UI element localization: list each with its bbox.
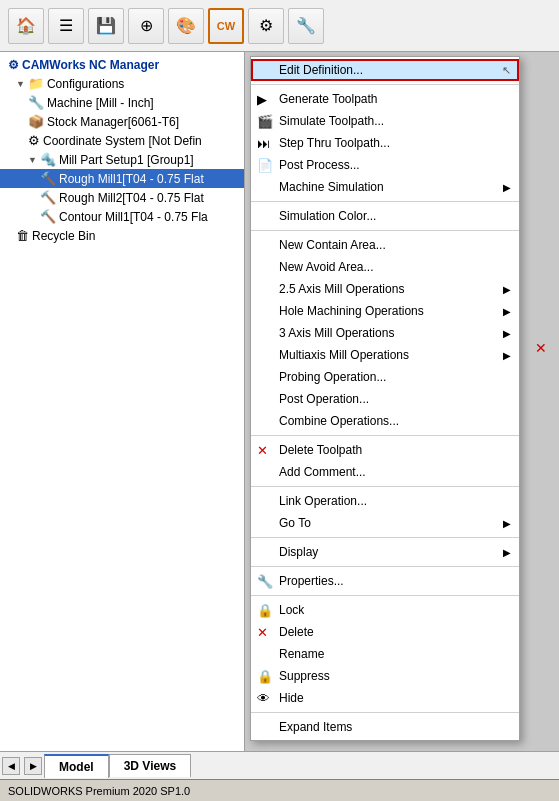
tree-title: ⚙ CAMWorks NC Manager xyxy=(0,56,244,74)
setup-icon: 🔩 xyxy=(40,152,56,167)
menu-post-process[interactable]: 📄 Post Process... xyxy=(251,154,519,176)
menu-simulate-toolpath[interactable]: 🎬 Simulate Toolpath... xyxy=(251,110,519,132)
error-indicator: ✕ xyxy=(535,340,547,356)
link-op-label: Link Operation... xyxy=(279,494,367,508)
properties-label: Properties... xyxy=(279,574,344,588)
display-arrow: ▶ xyxy=(503,547,511,558)
menu-new-avoid[interactable]: New Avoid Area... xyxy=(251,256,519,278)
camworks-button[interactable]: CW xyxy=(208,8,244,44)
menu-25-axis[interactable]: 2.5 Axis Mill Operations ▶ xyxy=(251,278,519,300)
tree-configurations[interactable]: ▼ 📁 Configurations xyxy=(0,74,244,93)
menu-edit-definition[interactable]: Edit Definition... ↖ xyxy=(251,59,519,81)
edit-definition-label: Edit Definition... xyxy=(279,63,363,77)
delete-toolpath-icon: ✕ xyxy=(257,443,268,458)
separator-3 xyxy=(251,230,519,231)
coord-icon: ⚙ xyxy=(28,133,40,148)
menu-probing[interactable]: Probing Operation... xyxy=(251,366,519,388)
lock-label: Lock xyxy=(279,603,304,617)
tree-rough1[interactable]: 🔨 Rough Mill1[T04 - 0.75 Flat xyxy=(0,169,244,188)
menu-link-op[interactable]: Link Operation... xyxy=(251,490,519,512)
suppress-icon: 🔒 xyxy=(257,669,273,684)
tab-3dviews[interactable]: 3D Views xyxy=(109,754,191,777)
status-bar: ◀ ▶ Model 3D Views xyxy=(0,751,559,779)
menu-properties[interactable]: 🔧 Properties... xyxy=(251,570,519,592)
tree-setup[interactable]: ▼ 🔩 Mill Part Setup1 [Group1] xyxy=(0,150,244,169)
new-contain-label: New Contain Area... xyxy=(279,238,386,252)
home-button[interactable]: 🏠 xyxy=(8,8,44,44)
delete-label: Delete xyxy=(279,625,314,639)
delete-toolpath-label: Delete Toolpath xyxy=(279,443,362,457)
tree-coord[interactable]: ⚙ Coordinate System [Not Defin xyxy=(0,131,244,150)
menu-delete-toolpath[interactable]: ✕ Delete Toolpath xyxy=(251,439,519,461)
target-button[interactable]: ⊕ xyxy=(128,8,164,44)
menu-hole-machining[interactable]: Hole Machining Operations ▶ xyxy=(251,300,519,322)
hole-arrow: ▶ xyxy=(503,306,511,317)
separator-6 xyxy=(251,537,519,538)
multiaxis-label: Multiaxis Mill Operations xyxy=(279,348,409,362)
display-label: Display xyxy=(279,545,318,559)
post-op-label: Post Operation... xyxy=(279,392,369,406)
menu-display[interactable]: Display ▶ xyxy=(251,541,519,563)
tab-model[interactable]: Model xyxy=(44,754,109,778)
menu-3-axis[interactable]: 3 Axis Mill Operations ▶ xyxy=(251,322,519,344)
tool-button[interactable]: 🔧 xyxy=(288,8,324,44)
menu-new-contain[interactable]: New Contain Area... xyxy=(251,234,519,256)
menu-multiaxis[interactable]: Multiaxis Mill Operations ▶ xyxy=(251,344,519,366)
delete-icon: ✕ xyxy=(257,625,268,640)
recycle-icon: 🗑 xyxy=(16,228,29,243)
contour-icon: 🔨 xyxy=(40,209,56,224)
menu-generate-toolpath[interactable]: ▶ Generate Toolpath xyxy=(251,88,519,110)
camworks-icon: ⚙ xyxy=(8,58,19,72)
tree-title-label: CAMWorks NC Manager xyxy=(22,58,159,72)
menu-suppress[interactable]: 🔒 Suppress xyxy=(251,665,519,687)
add-comment-label: Add Comment... xyxy=(279,465,366,479)
expand-icon: ▼ xyxy=(16,79,25,89)
rough1-icon: 🔨 xyxy=(40,171,56,186)
tree-machine[interactable]: 🔧 Machine [Mill - Inch] xyxy=(0,93,244,112)
separator-1 xyxy=(251,84,519,85)
menu-delete[interactable]: ✕ Delete xyxy=(251,621,519,643)
menu-combine[interactable]: Combine Operations... xyxy=(251,410,519,432)
tree-rough2[interactable]: 🔨 Rough Mill2[T04 - 0.75 Flat xyxy=(0,188,244,207)
machine-icon: 🔧 xyxy=(28,95,44,110)
sim-color-label: Simulation Color... xyxy=(279,209,376,223)
hide-label: Hide xyxy=(279,691,304,705)
tree-contour[interactable]: 🔨 Contour Mill1[T04 - 0.75 Fla xyxy=(0,207,244,226)
step-label: Step Thru Toolpath... xyxy=(279,136,390,150)
nav-left[interactable]: ◀ xyxy=(2,757,20,775)
cursor-icon: ↖ xyxy=(502,64,511,77)
machine-label: Machine [Mill - Inch] xyxy=(47,96,154,110)
rough2-icon: 🔨 xyxy=(40,190,56,205)
tree-stock[interactable]: 📦 Stock Manager[6061-T6] xyxy=(0,112,244,131)
menu-rename[interactable]: Rename xyxy=(251,643,519,665)
menu-hide[interactable]: 👁 Hide xyxy=(251,687,519,709)
menu-sim-color[interactable]: Simulation Color... xyxy=(251,205,519,227)
lock-icon: 🔒 xyxy=(257,603,273,618)
machine-sim-label: Machine Simulation xyxy=(279,180,384,194)
configurations-label: Configurations xyxy=(47,77,124,91)
list-button[interactable]: ☰ xyxy=(48,8,84,44)
color-button[interactable]: 🎨 xyxy=(168,8,204,44)
hole-machining-label: Hole Machining Operations xyxy=(279,304,424,318)
3-axis-arrow: ▶ xyxy=(503,328,511,339)
menu-post-op[interactable]: Post Operation... xyxy=(251,388,519,410)
multiaxis-arrow: ▶ xyxy=(503,350,511,361)
nav-right[interactable]: ▶ xyxy=(24,757,42,775)
menu-expand-items[interactable]: Expand Items xyxy=(251,716,519,738)
post-label: Post Process... xyxy=(279,158,360,172)
separator-9 xyxy=(251,712,519,713)
separator-2 xyxy=(251,201,519,202)
menu-lock[interactable]: 🔒 Lock xyxy=(251,599,519,621)
menu-machine-sim[interactable]: Machine Simulation ▶ xyxy=(251,176,519,198)
properties-icon: 🔧 xyxy=(257,574,273,589)
coord-label: Coordinate System [Not Defin xyxy=(43,134,202,148)
menu-add-comment[interactable]: Add Comment... xyxy=(251,461,519,483)
context-menu: Edit Definition... ↖ ▶ Generate Toolpath… xyxy=(250,56,520,741)
25-axis-label: 2.5 Axis Mill Operations xyxy=(279,282,404,296)
settings-button[interactable]: ⚙ xyxy=(248,8,284,44)
tree-recycle[interactable]: 🗑 Recycle Bin xyxy=(0,226,244,245)
menu-step-thru[interactable]: ⏭ Step Thru Toolpath... xyxy=(251,132,519,154)
save-button[interactable]: 💾 xyxy=(88,8,124,44)
menu-go-to[interactable]: Go To ▶ xyxy=(251,512,519,534)
solidworks-version: SOLIDWORKS Premium 2020 SP1.0 xyxy=(8,785,190,797)
